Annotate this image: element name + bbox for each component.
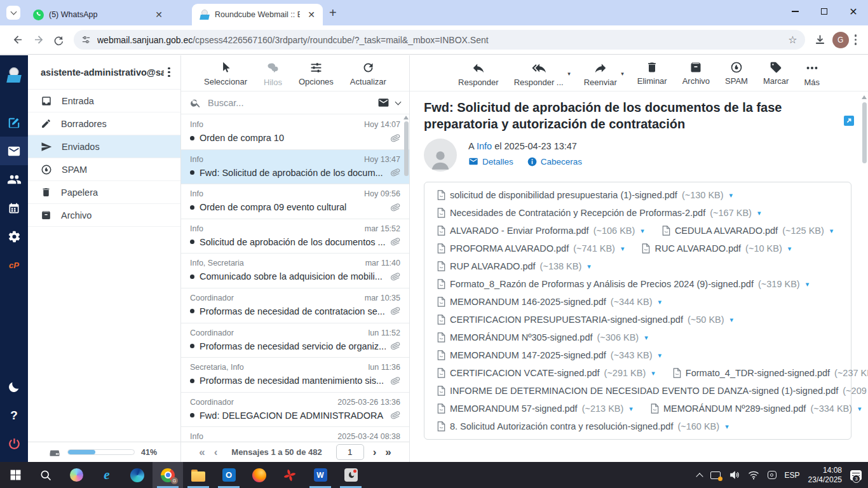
attachment-file[interactable]: RUC ALVARADO.pdf(~10 KB)▾	[642, 243, 791, 254]
settings-nav-button[interactable]	[0, 222, 28, 251]
forward-button[interactable]	[28, 30, 48, 50]
attachment-name[interactable]: CERTIFICACION VCATE-signed.pdf	[450, 368, 600, 378]
select-button[interactable]: Seleccionar	[204, 61, 247, 86]
attachment-file[interactable]: RUP ALVARADO.pdf(~138 KB)▾	[437, 261, 591, 271]
site-settings-icon[interactable]	[81, 35, 91, 44]
attachment-name[interactable]: CEDULA ALVARADO.pdf	[675, 226, 778, 236]
attachment-name[interactable]: PROFORMA ALVARADO.pdf	[450, 243, 569, 254]
attachment-file[interactable]: ALVARADO - Enviar Proforma.pdf(~106 KB)▾	[437, 226, 644, 236]
notification-center-icon[interactable]: 3	[850, 470, 862, 480]
attachment-file[interactable]: Formato_8_Razón de Proformas y Análisis …	[437, 279, 809, 289]
message-row[interactable]: Coordinadorlun 11:52Proformas de necesid…	[181, 323, 409, 358]
attachment-name[interactable]: CERTIFICACION PRESUPUESTARIA-signed-sign…	[450, 315, 683, 325]
message-row[interactable]: Coordinadormar 10:35Proformas de necesid…	[181, 288, 409, 323]
contacts-nav-button[interactable]	[0, 165, 28, 194]
tab-search-button[interactable]	[6, 6, 20, 20]
taskbar-search-button[interactable]	[31, 462, 61, 488]
mail-nav-button[interactable]	[0, 137, 28, 165]
attachment-file[interactable]: CEDULA ALVARADO.pdf(~125 KB)▾	[662, 226, 834, 236]
dark-mode-button[interactable]	[0, 372, 28, 401]
attachment-menu-icon[interactable]: ▾	[629, 405, 633, 413]
attachment-name[interactable]: solicitud de disponibilidad presupuestar…	[450, 190, 677, 200]
attachment-name[interactable]: Formato_8_Razón de Proformas y Análisis …	[450, 279, 754, 289]
attachment-file[interactable]: MEMORANDUM 147-2025-signed.pdf(~343 KB)▾	[437, 350, 661, 360]
tab-roundcube[interactable]: Roundcube Webmail :: Enviados ✕	[192, 4, 323, 25]
attachment-name[interactable]: RUP ALVARADO.pdf	[450, 261, 536, 271]
language-indicator[interactable]: ESP	[785, 471, 800, 480]
attachment-menu-icon[interactable]: ▾	[587, 262, 591, 271]
attachment-file[interactable]: PROFORMA ALVARADO.pdf(~741 KB)▾	[437, 243, 624, 254]
next-page-button[interactable]: ›	[373, 447, 377, 458]
page-number-input[interactable]	[336, 444, 364, 460]
attachment-name[interactable]: MEMORANDUM 147-2025-signed.pdf	[450, 350, 606, 360]
attachment-menu-icon[interactable]: ▾	[757, 209, 761, 217]
attachment-file[interactable]: Formato_4_TDR-signed-signed.pdf(~237 KB)…	[673, 368, 868, 378]
reply-button[interactable]: Responder	[458, 61, 499, 87]
threads-button[interactable]: Hilos	[264, 61, 282, 87]
attachment-menu-icon[interactable]: ▾	[725, 423, 729, 431]
close-icon[interactable]: ✕	[153, 10, 165, 20]
taskbar-edge-button[interactable]	[122, 462, 153, 488]
mail-scrollbar[interactable]	[862, 102, 867, 163]
folder-spam[interactable]: SPAM	[28, 158, 180, 181]
attachment-menu-icon[interactable]: ▾	[729, 191, 733, 200]
attachment-menu-icon[interactable]: ▾	[806, 280, 810, 288]
taskbar-word-button[interactable]: W	[305, 462, 336, 488]
attachment-file[interactable]: CERTIFICACION VCATE-signed.pdf(~291 KB)▾	[437, 368, 655, 378]
folder-menu-icon[interactable]	[164, 65, 174, 80]
search-scope-icon[interactable]	[377, 97, 390, 109]
folder-archivo[interactable]: Archivo	[28, 204, 180, 227]
taskbar-copilot-button[interactable]	[61, 462, 92, 488]
attachment-menu-icon[interactable]: ▾	[858, 405, 862, 413]
taskbar-acrobat-button[interactable]	[275, 462, 305, 488]
message-row[interactable]: Secretaria, Infolun 11:36Proformas de ne…	[181, 358, 409, 393]
search-input[interactable]	[208, 98, 371, 108]
attachment-name[interactable]: MEMORÁNDUM Nº289-signed.pdf	[663, 403, 806, 414]
attachment-file[interactable]: 8. Solicitud Autorización contra y resol…	[437, 421, 729, 431]
downloads-button[interactable]	[810, 30, 831, 50]
attachment-file[interactable]: MEMORANDUM 146-2025-signed.pdf(~344 KB)▾	[437, 297, 661, 307]
attachment-file[interactable]: MEMORÁNDUM Nº289-signed.pdf(~334 KB)▾	[651, 403, 862, 414]
attachment-name[interactable]: RUC ALVARADO.pdf	[654, 243, 741, 254]
logout-button[interactable]	[0, 430, 28, 458]
close-window-button[interactable]: ✕	[839, 0, 868, 23]
message-row[interactable]: Info, Secretariamar 11:40Comunicado sobr…	[181, 254, 409, 288]
attachment-menu-icon[interactable]: ▾	[658, 351, 662, 360]
search-options-icon[interactable]	[395, 98, 402, 105]
attachment-file[interactable]: MEMORÁNDUM Nº305-signed.pdf(~306 KB)▾	[437, 332, 648, 342]
message-row[interactable]: Coordinador2025-03-26 13:36Fwd: DELEGACI…	[181, 393, 409, 428]
restore-button[interactable]	[810, 0, 839, 23]
attachment-menu-icon[interactable]: ▾	[788, 245, 792, 253]
calendar-nav-button[interactable]	[0, 194, 28, 222]
clock[interactable]: 14:08 23/4/2025	[808, 466, 842, 485]
taskbar-java-app-button[interactable]	[336, 462, 366, 488]
forward-menu-icon[interactable]: ▾	[621, 71, 624, 77]
start-button[interactable]	[0, 462, 31, 488]
taskbar-explorer-button[interactable]	[183, 462, 214, 488]
cpanel-button[interactable]: cP	[0, 251, 28, 280]
help-button[interactable]: ?	[0, 401, 28, 430]
reload-button[interactable]	[48, 30, 69, 50]
minimize-button[interactable]	[780, 0, 810, 23]
attachment-file[interactable]: solicitud de disponibilidad presupuestar…	[437, 190, 733, 200]
mark-button[interactable]: Marcar	[763, 61, 789, 86]
message-row[interactable]: Info2025-03-24 08:38	[181, 427, 409, 442]
open-in-new-icon[interactable]	[844, 116, 854, 126]
attachment-menu-icon[interactable]: ▾	[830, 227, 834, 235]
attachment-name[interactable]: INFORME DE DETERMINACION DE NECESIDAD EV…	[450, 386, 838, 396]
list-scroll-up-icon[interactable]	[403, 116, 409, 119]
attachment-menu-icon[interactable]: ▾	[651, 369, 655, 377]
back-button[interactable]	[8, 30, 28, 50]
headers-link[interactable]: Cabeceras	[527, 157, 582, 166]
compose-button[interactable]	[0, 108, 28, 137]
folder-entrada[interactable]: Entrada	[28, 90, 180, 112]
prev-page-button[interactable]: ‹	[214, 447, 218, 458]
profile-avatar[interactable]: G	[831, 30, 851, 50]
attachment-name[interactable]: 8. Solicitud Autorización contra y resol…	[450, 421, 673, 431]
attachment-file[interactable]: Necesidades de Contratación y Recepción …	[437, 208, 761, 218]
attachment-name[interactable]: ALVARADO - Enviar Proforma.pdf	[450, 226, 589, 236]
recipient-link[interactable]: Info	[477, 141, 492, 151]
forward-button[interactable]: Reenviar ▾	[584, 61, 617, 87]
taskbar-outlook-button[interactable]: O	[214, 462, 244, 488]
reply-all-button[interactable]: Responder ... ▾	[514, 61, 564, 87]
